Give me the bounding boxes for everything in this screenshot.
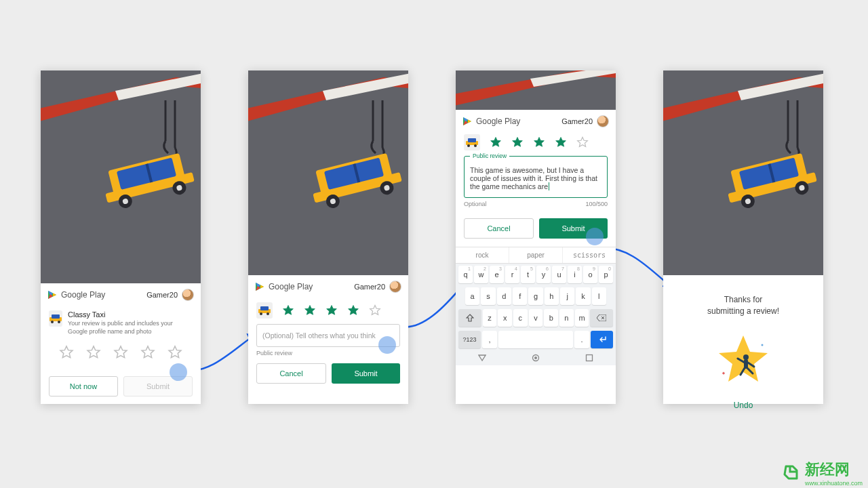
backspace-icon (597, 314, 606, 321)
suggestion-2[interactable]: paper (509, 247, 563, 263)
svg-rect-17 (52, 314, 60, 319)
svg-marker-35 (260, 285, 264, 289)
app-name: Classy Taxi (68, 310, 193, 319)
key-r[interactable]: r4 (505, 266, 519, 283)
key-z[interactable]: z (483, 309, 497, 327)
enter-key[interactable] (591, 331, 613, 348)
keyboard[interactable]: rock paper scissors q1w2e3r4t5y6u7i8o9p0… (456, 247, 616, 365)
key-q[interactable]: q1 (458, 266, 473, 283)
game-illustration (663, 70, 823, 275)
symbols-key[interactable]: ?123 (458, 331, 481, 348)
star-1-icon[interactable] (59, 345, 74, 360)
key-b[interactable]: b (544, 309, 558, 327)
char-count: 100/500 (585, 201, 608, 207)
review-input-focused[interactable]: Public review This game is awesome, but … (464, 156, 608, 198)
rating-stars[interactable] (49, 345, 193, 360)
backspace-key[interactable] (590, 309, 613, 327)
nav-home-icon[interactable] (532, 354, 540, 362)
cancel-button[interactable]: Cancel (464, 218, 534, 239)
key-l[interactable]: l (592, 287, 606, 305)
game-illustration (41, 70, 201, 283)
svg-point-48 (467, 144, 470, 147)
star-3-icon[interactable] (113, 345, 128, 360)
key-j[interactable]: j (560, 287, 574, 305)
google-play-label: Google Play (61, 290, 105, 300)
shift-key[interactable] (458, 309, 481, 327)
key-k[interactable]: k (576, 287, 590, 305)
screen-thanks: Thanks for submitting a review! Undo (663, 70, 823, 404)
key-t[interactable]: t5 (521, 266, 535, 283)
key-o[interactable]: o9 (583, 266, 597, 283)
svg-point-19 (58, 321, 60, 323)
svg-marker-21 (323, 70, 408, 100)
key-d[interactable]: d (497, 287, 511, 305)
cancel-button[interactable]: Cancel (256, 363, 326, 384)
star-2-icon[interactable] (304, 304, 316, 317)
enter-icon (597, 336, 607, 343)
space-key[interactable] (498, 331, 573, 348)
key-n[interactable]: n (559, 309, 574, 327)
svg-point-66 (743, 354, 749, 360)
play-header: Google Play Gamer20 (41, 283, 201, 305)
key-h[interactable]: h (545, 287, 559, 305)
key-p[interactable]: p0 (599, 266, 613, 283)
touch-indicator (586, 228, 604, 245)
android-navbar[interactable] (456, 350, 616, 365)
suggestion-bar[interactable]: rock paper scissors (456, 247, 616, 264)
google-play-icon (255, 282, 264, 291)
undo-button[interactable]: Undo (663, 398, 823, 413)
star-4-icon[interactable] (347, 304, 359, 317)
key-y[interactable]: y6 (536, 266, 551, 283)
svg-marker-15 (53, 293, 56, 297)
screen-initial: Google Play Gamer20 Classy Taxi Your rev… (41, 70, 201, 404)
key-f[interactable]: f (513, 287, 527, 305)
suggestion-3[interactable]: scissors (563, 247, 616, 263)
key-a[interactable]: a (465, 287, 479, 305)
avatar[interactable] (597, 115, 609, 127)
star-4-icon[interactable] (140, 345, 155, 360)
google-play-label: Google Play (269, 282, 313, 291)
watermark-url: www.xinhuatone.com (805, 480, 863, 487)
thanks-line-2: submitting a review! (663, 306, 823, 317)
svg-point-72 (762, 344, 764, 346)
svg-point-39 (267, 312, 269, 315)
helper-text: Public review (256, 350, 400, 357)
nav-back-icon[interactable] (478, 354, 486, 362)
comma-key[interactable]: , (482, 331, 497, 348)
star-1-icon[interactable] (490, 136, 502, 148)
avatar[interactable] (182, 289, 194, 301)
star-3-icon[interactable] (326, 304, 338, 317)
key-c[interactable]: c (513, 309, 528, 327)
key-e[interactable]: e3 (490, 266, 504, 283)
key-u[interactable]: u7 (552, 266, 566, 283)
svg-rect-37 (260, 306, 269, 310)
shift-icon (466, 314, 474, 322)
key-m[interactable]: m (575, 309, 589, 327)
star-5-icon[interactable] (167, 345, 182, 360)
avatar[interactable] (389, 281, 401, 293)
thanks-line-1: Thanks for (663, 294, 823, 306)
not-now-button[interactable]: Not now (49, 376, 118, 396)
star-5-icon[interactable] (369, 304, 381, 317)
key-s[interactable]: s (481, 287, 495, 305)
star-1-icon[interactable] (282, 304, 294, 317)
star-5-icon[interactable] (576, 136, 589, 148)
key-i[interactable]: i8 (568, 266, 582, 283)
star-2-icon[interactable] (86, 345, 101, 360)
key-x[interactable]: x (498, 309, 512, 327)
star-3-icon[interactable] (533, 136, 545, 148)
svg-rect-52 (586, 355, 592, 361)
submit-button[interactable]: Submit (332, 363, 400, 384)
star-2-icon[interactable] (511, 136, 524, 148)
screen-typing: Google Play Gamer20 Public review This g… (456, 70, 616, 404)
key-g[interactable]: g (528, 287, 542, 305)
star-4-icon[interactable] (555, 136, 567, 148)
rating-stars[interactable] (490, 136, 589, 148)
suggestion-1[interactable]: rock (456, 247, 509, 263)
nav-recent-icon[interactable] (585, 354, 593, 362)
watermark-text: 新经网 (805, 460, 863, 480)
period-key[interactable]: . (574, 331, 589, 348)
key-w[interactable]: w2 (474, 266, 488, 283)
rating-stars[interactable] (282, 304, 381, 317)
key-v[interactable]: v (529, 309, 543, 327)
